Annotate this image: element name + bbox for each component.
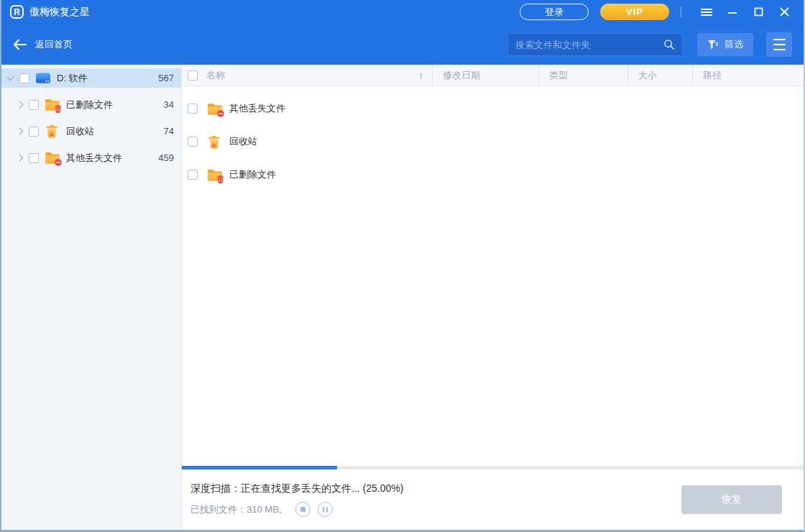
filter-button[interactable]: 筛选: [697, 33, 753, 56]
app-menu-button[interactable]: [766, 32, 792, 57]
file-name: 已删除文件: [229, 168, 276, 181]
folder-deleted-icon: [45, 98, 60, 111]
table-row-recycle-bin[interactable]: 回收站: [182, 125, 804, 158]
search-input[interactable]: [515, 40, 663, 50]
table-row-other-lost-files[interactable]: 其他丢失文件: [182, 92, 804, 125]
other-lost-files-checkbox[interactable]: [29, 153, 39, 163]
filter-funnel-icon: [707, 40, 719, 50]
scan-status-text: 深度扫描：正在查找更多丢失的文件... (25.00%): [190, 482, 681, 495]
drive-d-checkbox[interactable]: [19, 73, 29, 83]
sort-ascending-icon[interactable]: ↑: [419, 70, 424, 81]
file-name: 回收站: [229, 135, 257, 148]
row-checkbox[interactable]: [188, 137, 198, 147]
select-all-checkbox[interactable]: [188, 70, 198, 81]
titlebar-menu-icon[interactable]: [696, 3, 717, 22]
row-checkbox[interactable]: [188, 170, 198, 180]
folder-lost-icon: [207, 102, 223, 116]
chevron-right-icon[interactable]: [17, 128, 24, 135]
recover-button[interactable]: 恢复: [681, 485, 782, 514]
sidebar: D: 软件 567 已删除文件 34 回收站 74: [1, 65, 182, 530]
back-arrow-icon: [13, 39, 27, 50]
sidebar-item-count: 459: [158, 152, 174, 163]
chevron-right-icon[interactable]: [17, 101, 24, 109]
sidebar-item-label: 已删除文件: [66, 98, 164, 111]
column-header-size[interactable]: 大小: [627, 65, 692, 86]
pause-scan-button[interactable]: [318, 502, 333, 517]
maximize-button[interactable]: [748, 3, 769, 22]
search-box[interactable]: [507, 33, 683, 56]
scrollbar[interactable]: [798, 86, 804, 466]
app-logo-icon: R: [10, 5, 24, 19]
row-checkbox[interactable]: [188, 104, 198, 114]
recycle-bin-icon: [207, 135, 223, 149]
vip-button[interactable]: VIP: [600, 4, 669, 20]
filter-label: 筛选: [724, 38, 743, 51]
recycle-bin-icon: [45, 124, 60, 138]
sidebar-item-count: 34: [164, 99, 174, 110]
found-files-text: 已找到文件：310 MB。: [190, 503, 288, 516]
sidebar-item-other-lost-files[interactable]: 其他丢失文件 459: [1, 148, 181, 168]
sidebar-item-label: 回收站: [66, 125, 164, 138]
column-label: 修改日期: [443, 69, 480, 82]
column-label: 类型: [549, 69, 568, 82]
table-header: 名称 ↑ 修改日期 类型 大小 路径: [182, 65, 804, 86]
stop-icon: [300, 507, 305, 512]
app-title: 傲梅恢复之星: [29, 6, 90, 19]
column-header-path[interactable]: 路径: [692, 65, 804, 86]
sidebar-item-count: 74: [164, 126, 174, 137]
app-window: R 傲梅恢复之星 登录 VIP 返回首页: [0, 0, 805, 532]
status-text-block: 深度扫描：正在查找更多丢失的文件... (25.00%) 已找到文件：310 M…: [190, 482, 681, 517]
table-row-deleted-files[interactable]: 已删除文件: [182, 158, 804, 191]
chevron-right-icon[interactable]: [17, 155, 24, 162]
sidebar-item-recycle-bin[interactable]: 回收站 74: [1, 121, 181, 141]
main-panel: 名称 ↑ 修改日期 类型 大小 路径 其他丢失文件: [182, 65, 804, 530]
statusbar: 深度扫描：正在查找更多丢失的文件... (25.00%) 已找到文件：310 M…: [182, 469, 804, 530]
stop-scan-button[interactable]: [295, 502, 310, 517]
folder-deleted-icon: [207, 168, 223, 182]
column-label: 名称: [206, 69, 225, 82]
recycle-bin-checkbox[interactable]: [29, 127, 39, 137]
column-label: 路径: [703, 69, 722, 82]
sidebar-item-label: D: 软件: [57, 72, 158, 85]
sidebar-item-label: 其他丢失文件: [66, 152, 158, 165]
column-header-name[interactable]: 名称 ↑: [182, 65, 432, 86]
chevron-down-icon[interactable]: [7, 74, 14, 81]
toolbar: 返回首页 筛选: [1, 24, 804, 65]
file-name: 其他丢失文件: [229, 102, 285, 115]
titlebar-divider: [681, 6, 681, 17]
login-button[interactable]: 登录: [520, 4, 589, 20]
sidebar-item-drive-d[interactable]: D: 软件 567: [1, 68, 181, 88]
sidebar-item-count: 567: [158, 73, 174, 83]
column-header-type[interactable]: 类型: [538, 65, 627, 86]
file-list: 其他丢失文件 回收站 已删除文件: [182, 86, 804, 466]
back-button[interactable]: 返回首页: [13, 38, 73, 51]
search-icon[interactable]: [663, 39, 675, 50]
content: D: 软件 567 已删除文件 34 回收站 74: [1, 65, 804, 530]
back-label: 返回首页: [35, 38, 73, 51]
column-label: 大小: [638, 69, 657, 82]
sidebar-item-deleted-files[interactable]: 已删除文件 34: [1, 95, 181, 114]
folder-lost-icon: [45, 151, 60, 165]
titlebar: R 傲梅恢复之星 登录 VIP: [1, 0, 804, 24]
minimize-button[interactable]: [722, 3, 743, 22]
column-header-modified-date[interactable]: 修改日期: [432, 65, 538, 86]
drive-icon: [35, 71, 51, 85]
close-button[interactable]: [773, 3, 795, 22]
deleted-files-checkbox[interactable]: [29, 100, 39, 110]
pause-icon: [323, 507, 328, 513]
